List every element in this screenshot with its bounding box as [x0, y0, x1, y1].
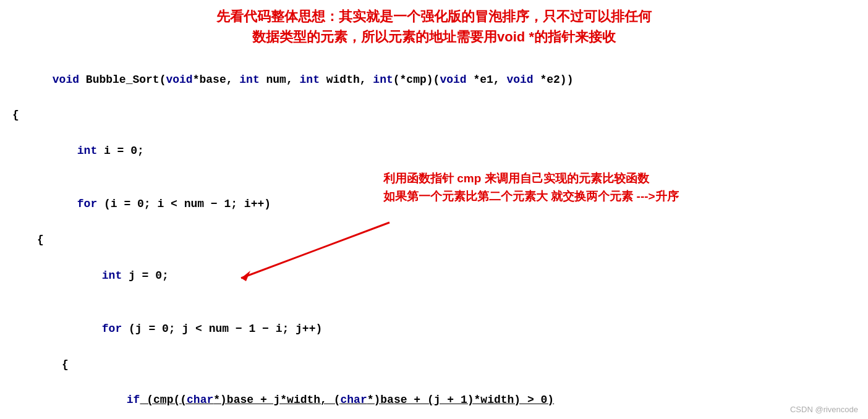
kw-void: void — [53, 74, 79, 86]
csdn-credit: CSDN @rivencode — [790, 405, 858, 414]
main-container: 先看代码整体思想：其实就是一个强化版的冒泡排序，只不过可以排任何 数据类型的元素… — [0, 0, 868, 419]
ann1-line1: 利用函数指针 cmp 来调用自己实现的元素比较函数 — [383, 170, 679, 188]
brace-open: { — [12, 106, 856, 124]
ann1-line2: 如果第一个元素比第二个元素大 就交换两个元素 --->升序 — [383, 188, 679, 206]
kw-int2: int — [300, 74, 320, 86]
title-line2: 数据类型的元素，所以元素的地址需要用void *的指针来接收 — [12, 27, 856, 47]
for-j-line: for (j = 0; j < num − 1 − i; j++) — [12, 302, 856, 355]
kw-void4: void — [506, 74, 533, 86]
kw-void3: void — [440, 74, 466, 86]
kw-void2: void — [166, 74, 192, 86]
code-area: void Bubble_Sort(void*base, int num, int… — [12, 53, 856, 419]
int-j-line: int j = 0; — [12, 249, 856, 302]
if-line: if (cmp((char*)base + j*width, (char*)ba… — [12, 373, 856, 419]
annotation1: 利用函数指针 cmp 来调用自己实现的元素比较函数 如果第一个元素比第二个元素大… — [383, 170, 679, 205]
kw-int3: int — [373, 74, 393, 86]
title-block: 先看代码整体思想：其实就是一个强化版的冒泡排序，只不过可以排任何 数据类型的元素… — [12, 6, 856, 47]
kw-int1: int — [239, 74, 259, 86]
brace-for-j-open: { — [12, 356, 856, 374]
brace-for-i-open: { — [12, 231, 856, 249]
title-line1: 先看代码整体思想：其实就是一个强化版的冒泡排序，只不过可以排任何 — [12, 6, 856, 27]
func-decl-line: void Bubble_Sort(void*base, int num, int… — [12, 53, 856, 106]
func-name: Bubble_Sort( — [79, 74, 166, 86]
